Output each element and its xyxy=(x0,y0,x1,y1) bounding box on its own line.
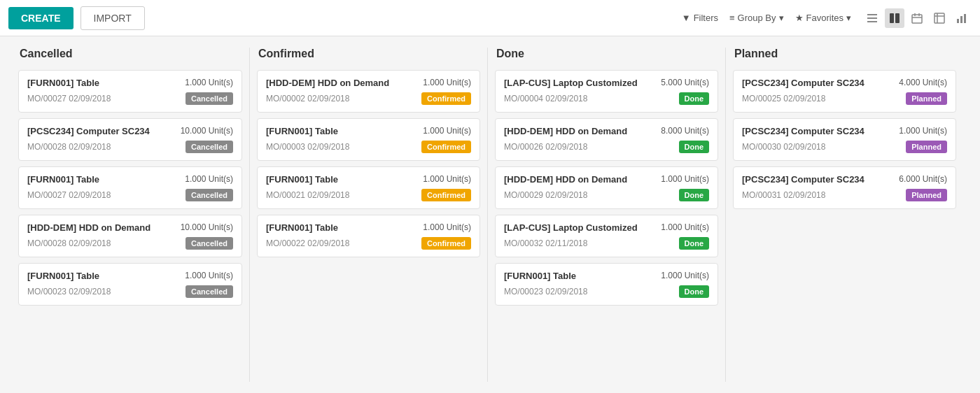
card-bottom: MO/00029 02/09/2018 Done xyxy=(504,189,709,201)
card-qty: 1.000 Unit(s) xyxy=(661,271,709,280)
card-top: [PCSC234] Computer SC234 1.000 Unit(s) xyxy=(742,126,947,136)
card-title: [HDD-DEM] HDD on Demand xyxy=(504,174,655,185)
svg-rect-13 xyxy=(960,16,962,23)
create-button[interactable]: CREATE xyxy=(8,7,74,29)
card-title: [PCSC234] Computer SC234 xyxy=(27,126,175,136)
card-top: [FURN001] Table 1.000 Unit(s) xyxy=(27,78,233,88)
card-qty: 1.000 Unit(s) xyxy=(185,78,233,87)
card-qty: 1.000 Unit(s) xyxy=(423,174,471,184)
card[interactable]: [FURN001] Table 1.000 Unit(s) MO/00027 0… xyxy=(18,70,242,113)
pivot-view-icon[interactable] xyxy=(930,8,949,28)
card-bottom: MO/00022 02/09/2018 Confirmed xyxy=(266,237,471,250)
card[interactable]: [PCSC234] Computer SC234 4.000 Unit(s) M… xyxy=(733,70,956,113)
card-title: [FURN001] Table xyxy=(27,174,179,185)
card-qty: 1.000 Unit(s) xyxy=(185,271,233,280)
card-title: [PCSC234] Computer SC234 xyxy=(742,174,893,185)
status-badge: Confirmed xyxy=(421,141,471,153)
card-ref: MO/00028 02/09/2018 xyxy=(27,142,111,152)
card-qty: 5.000 Unit(s) xyxy=(661,78,709,87)
card-qty: 1.000 Unit(s) xyxy=(661,222,709,232)
card-bottom: MO/00003 02/09/2018 Confirmed xyxy=(266,141,471,153)
card-ref: MO/00004 02/09/2018 xyxy=(504,94,587,103)
card-qty: 6.000 Unit(s) xyxy=(899,174,947,184)
card[interactable]: [FURN001] Table 1.000 Unit(s) MO/00023 0… xyxy=(495,263,718,306)
card[interactable]: [HDD-DEM] HDD on Demand 8.000 Unit(s) MO… xyxy=(495,118,718,161)
calendar-view-icon[interactable] xyxy=(907,8,927,28)
card-title: [PCSC234] Computer SC234 xyxy=(742,78,893,88)
card[interactable]: [HDD-DEM] HDD on Demand 1.000 Unit(s) MO… xyxy=(495,166,718,209)
column-planned: Planned [PCSC234] Computer SC234 4.000 U… xyxy=(725,48,963,382)
card-top: [HDD-DEM] HDD on Demand 1.000 Unit(s) xyxy=(266,78,471,88)
svg-rect-0 xyxy=(867,14,877,15)
card-ref: MO/00022 02/09/2018 xyxy=(266,238,349,248)
card-ref: MO/00027 02/09/2018 xyxy=(27,190,111,200)
card-ref: MO/00026 02/09/2018 xyxy=(504,142,587,152)
card-top: [FURN001] Table 1.000 Unit(s) xyxy=(266,222,471,233)
card-title: [FURN001] Table xyxy=(27,78,179,88)
status-badge: Cancelled xyxy=(186,141,233,153)
kanban-view-icon[interactable] xyxy=(885,8,904,28)
status-badge: Done xyxy=(679,92,710,105)
card-qty: 4.000 Unit(s) xyxy=(899,78,947,87)
card[interactable]: [PCSC234] Computer SC234 10.000 Unit(s) … xyxy=(18,118,242,161)
import-button[interactable]: IMPORT xyxy=(80,6,145,30)
status-badge: Confirmed xyxy=(421,189,471,201)
card-bottom: MO/00027 02/09/2018 Cancelled xyxy=(27,189,233,201)
card[interactable]: [FURN001] Table 1.000 Unit(s) MO/00022 0… xyxy=(257,215,480,257)
card-bottom: MO/00028 02/09/2018 Cancelled xyxy=(27,237,233,250)
graph-view-icon[interactable] xyxy=(952,8,972,28)
status-badge: Cancelled xyxy=(186,189,233,201)
card-title: [HDD-DEM] HDD on Demand xyxy=(504,126,655,136)
card-top: [FURN001] Table 1.000 Unit(s) xyxy=(266,126,471,136)
card-top: [FURN001] Table 1.000 Unit(s) xyxy=(27,174,233,185)
card-top: [FURN001] Table 1.000 Unit(s) xyxy=(504,271,709,281)
card[interactable]: [FURN001] Table 1.000 Unit(s) MO/00023 0… xyxy=(18,263,242,306)
card[interactable]: [HDD-DEM] HDD on Demand 1.000 Unit(s) MO… xyxy=(257,70,480,113)
filters-button[interactable]: ▼ Filters xyxy=(682,13,718,23)
card-ref: MO/00023 02/09/2018 xyxy=(504,287,587,296)
card-ref: MO/00023 02/09/2018 xyxy=(27,287,111,296)
list-view-icon[interactable] xyxy=(862,8,882,28)
card-title: [FURN001] Table xyxy=(266,174,417,185)
list-icon: ≡ xyxy=(729,13,735,23)
card[interactable]: [FURN001] Table 1.000 Unit(s) MO/00021 0… xyxy=(257,166,480,209)
card-bottom: MO/00023 02/09/2018 Cancelled xyxy=(27,285,233,298)
status-badge: Done xyxy=(679,141,710,153)
status-badge: Confirmed xyxy=(421,237,471,250)
card-qty: 8.000 Unit(s) xyxy=(661,126,709,136)
filter-icon: ▼ xyxy=(682,13,691,23)
view-icons xyxy=(862,8,972,28)
column-header-planned: Planned xyxy=(733,48,956,60)
card[interactable]: [LAP-CUS] Laptop Customized 5.000 Unit(s… xyxy=(495,70,718,113)
card-ref: MO/00030 02/09/2018 xyxy=(742,142,825,152)
chevron-down-icon: ▾ xyxy=(779,13,784,23)
card[interactable]: [LAP-CUS] Laptop Customized 1.000 Unit(s… xyxy=(495,215,718,257)
card-ref: MO/00002 02/09/2018 xyxy=(266,94,349,103)
card-top: [FURN001] Table 1.000 Unit(s) xyxy=(27,271,233,281)
card-top: [HDD-DEM] HDD on Demand 10.000 Unit(s) xyxy=(27,222,233,233)
card-title: [HDD-DEM] HDD on Demand xyxy=(27,222,175,233)
card-qty: 1.000 Unit(s) xyxy=(899,126,947,136)
card-ref: MO/00025 02/09/2018 xyxy=(742,94,825,103)
card-bottom: MO/00032 02/11/2018 Done xyxy=(504,237,709,250)
card[interactable]: [HDD-DEM] HDD on Demand 10.000 Unit(s) M… xyxy=(18,215,242,257)
card[interactable]: [FURN001] Table 1.000 Unit(s) MO/00003 0… xyxy=(257,118,480,161)
card-ref: MO/00029 02/09/2018 xyxy=(504,190,587,200)
card[interactable]: [FURN001] Table 1.000 Unit(s) MO/00027 0… xyxy=(18,166,242,209)
status-badge: Planned xyxy=(906,189,947,201)
card[interactable]: [PCSC234] Computer SC234 1.000 Unit(s) M… xyxy=(733,118,956,161)
card[interactable]: [PCSC234] Computer SC234 6.000 Unit(s) M… xyxy=(733,166,956,209)
svg-rect-1 xyxy=(867,17,877,19)
column-cancelled: Cancelled [FURN001] Table 1.000 Unit(s) … xyxy=(11,48,249,382)
groupby-label: Group By xyxy=(738,13,776,23)
svg-rect-14 xyxy=(964,14,966,23)
column-header-done: Done xyxy=(495,48,718,60)
card-top: [LAP-CUS] Laptop Customized 5.000 Unit(s… xyxy=(504,78,709,88)
status-badge: Cancelled xyxy=(186,92,233,105)
card-top: [PCSC234] Computer SC234 10.000 Unit(s) xyxy=(27,126,233,136)
card-qty: 1.000 Unit(s) xyxy=(423,222,471,232)
favorites-button[interactable]: ★ Favorites ▾ xyxy=(795,13,851,23)
groupby-button[interactable]: ≡ Group By ▾ xyxy=(729,13,784,23)
card-ref: MO/00021 02/09/2018 xyxy=(266,190,349,200)
kanban-board: Cancelled [FURN001] Table 1.000 Unit(s) … xyxy=(0,36,980,393)
